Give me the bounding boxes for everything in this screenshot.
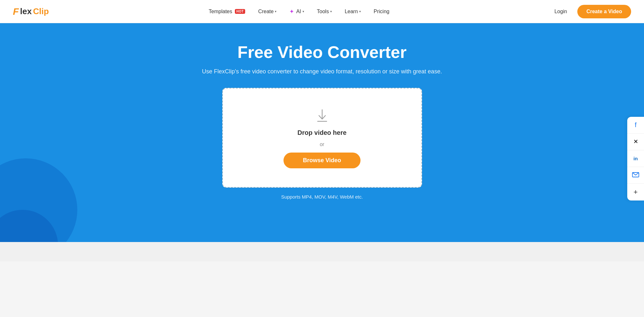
linkedin-icon: in (633, 156, 638, 161)
supports-text: Supports MP4, MOV, M4V, WebM etc. (281, 194, 363, 200)
create-video-button[interactable]: Create a Video (577, 5, 631, 18)
download-arrow-icon (314, 107, 331, 124)
email-icon (632, 172, 639, 179)
header-right: Login Create a Video (549, 5, 631, 18)
nav-pricing[interactable]: Pricing (369, 6, 395, 17)
logo-f: F (13, 6, 19, 17)
login-button[interactable]: Login (549, 6, 572, 17)
nav-templates-label: Templates (209, 9, 232, 14)
hero-section: Free Video Converter Use FlexClip's free… (0, 23, 644, 242)
social-sidebar: f ✕ in + (627, 117, 644, 200)
drop-zone[interactable]: Drop video here or Browse Video (222, 88, 422, 188)
chevron-down-icon: ▾ (359, 10, 361, 13)
hero-subtitle: Use FlexClip's free video converter to c… (202, 68, 442, 75)
nav-ai-label: AI (296, 9, 301, 14)
nav-ai[interactable]: ✦ AI ▾ (284, 5, 309, 18)
upload-icon (314, 107, 331, 124)
chevron-down-icon: ▾ (303, 10, 304, 13)
main-nav: Templates HOT Create ▾ ✦ AI ▾ Tools ▾ Le… (49, 5, 549, 18)
nav-tools-label: Tools (317, 9, 329, 14)
twitter-share-button[interactable]: ✕ (627, 134, 644, 150)
nav-learn-label: Learn (345, 9, 358, 14)
more-share-button[interactable]: + (627, 184, 644, 200)
facebook-share-button[interactable]: f (627, 117, 644, 134)
logo-clip: Clip (33, 6, 49, 16)
plus-icon: + (634, 188, 638, 196)
hero-title: Free Video Converter (237, 42, 407, 62)
nav-create[interactable]: Create ▾ (253, 6, 282, 17)
logo-flex: lex (20, 6, 32, 16)
chevron-down-icon: ▾ (330, 10, 332, 13)
hot-badge: HOT (235, 9, 245, 14)
twitter-icon: ✕ (633, 138, 638, 145)
facebook-icon: f (635, 121, 637, 129)
header: FlexClip Templates HOT Create ▾ ✦ AI ▾ T… (0, 0, 644, 23)
footer-area (0, 242, 644, 261)
nav-tools[interactable]: Tools ▾ (312, 6, 337, 17)
nav-pricing-label: Pricing (374, 9, 389, 14)
drop-text: Drop video here (297, 129, 346, 136)
linkedin-share-button[interactable]: in (627, 150, 644, 167)
chevron-down-icon: ▾ (275, 10, 276, 13)
browse-video-button[interactable]: Browse Video (284, 153, 360, 168)
logo[interactable]: FlexClip (13, 6, 49, 17)
nav-create-label: Create (258, 9, 274, 14)
nav-templates[interactable]: Templates HOT (204, 6, 251, 17)
ai-star-icon: ✦ (289, 8, 294, 15)
drop-or-text: or (320, 142, 324, 147)
email-share-button[interactable] (627, 167, 644, 184)
nav-learn[interactable]: Learn ▾ (340, 6, 366, 17)
